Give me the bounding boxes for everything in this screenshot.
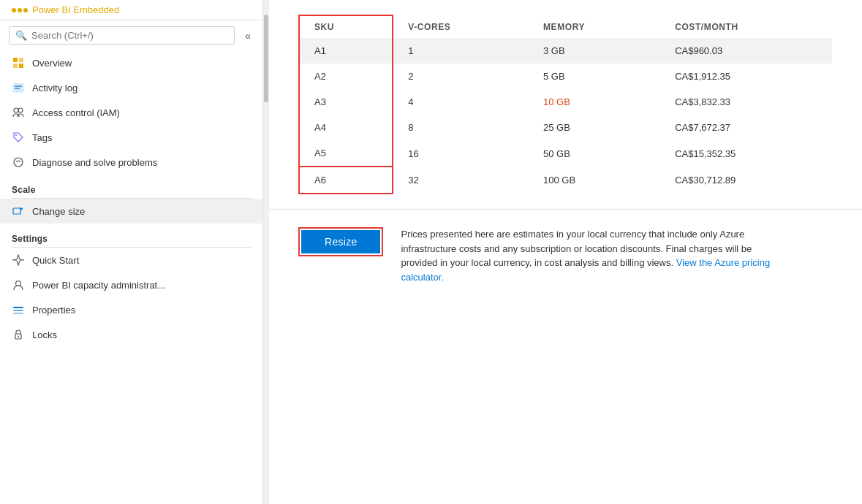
sidebar-item-locks[interactable]: Locks	[0, 322, 262, 347]
sidebar-item-label: Properties	[32, 305, 75, 316]
disclaimer-text: Prices presented here are estimates in y…	[401, 227, 781, 284]
svg-point-7	[14, 108, 18, 112]
svg-rect-4	[13, 83, 23, 92]
collapse-sidebar-button[interactable]: «	[242, 27, 254, 45]
resize-button-wrapper: Resize	[298, 227, 383, 256]
brand-bar: Power BI Embedded	[0, 0, 262, 20]
sidebar-item-power-bi-admin[interactable]: Power BI capacity administrat...	[0, 272, 262, 297]
cell-cost: CA$15,352.35	[660, 140, 832, 167]
table-row[interactable]: A4 8 25 GB CA$7,672.37	[299, 115, 832, 140]
access-control-icon	[12, 106, 25, 119]
svg-point-9	[15, 134, 17, 136]
table-row[interactable]: A2 2 5 GB CA$1,912.35	[299, 64, 832, 89]
cell-memory: 25 GB	[529, 115, 660, 140]
tags-icon	[12, 131, 25, 144]
table-row[interactable]: A3 4 10 GB CA$3,832.33	[299, 89, 832, 115]
cell-vcores: 8	[393, 115, 529, 140]
cell-vcores: 1	[393, 38, 529, 64]
sidebar-item-label: Locks	[32, 329, 57, 340]
col-header-sku: SKU	[299, 15, 393, 38]
cell-cost: CA$30,712.89	[660, 167, 832, 194]
table-row[interactable]: A1 1 3 GB CA$960.03	[299, 38, 832, 64]
col-header-cost: COST/MONTH	[660, 15, 832, 38]
svg-rect-14	[13, 310, 23, 311]
sidebar-item-label: Power BI capacity administrat...	[32, 280, 165, 291]
sidebar-item-label: Quick Start	[32, 255, 79, 266]
settings-section: Settings Quick Start Power BI capacity a…	[0, 224, 262, 347]
sidebar-item-properties[interactable]: Properties	[0, 297, 262, 322]
svg-rect-15	[13, 313, 23, 314]
cell-vcores: 2	[393, 64, 529, 89]
bottom-area: Resize Prices presented here are estimat…	[269, 209, 862, 302]
cell-sku: A2	[299, 64, 393, 89]
svg-rect-2	[13, 64, 18, 68]
quick-start-icon	[12, 253, 25, 267]
scrollbar-thumb[interactable]	[264, 15, 268, 102]
svg-point-10	[14, 158, 23, 167]
svg-rect-3	[19, 64, 23, 68]
sidebar-item-access-control[interactable]: Access control (IAM)	[0, 100, 262, 125]
cell-memory: 50 GB	[529, 140, 660, 167]
cell-sku: A5	[299, 140, 393, 167]
svg-point-17	[18, 336, 19, 337]
sidebar-item-change-size[interactable]: Change size	[0, 199, 262, 224]
svg-rect-1	[19, 58, 23, 62]
properties-icon	[12, 303, 25, 316]
diagnose-icon	[12, 156, 25, 169]
table-row[interactable]: A5 16 50 GB CA$15,352.35	[299, 140, 832, 167]
table-area: SKU V-CORES MEMORY COST/MONTH A1 1 3 GB …	[269, 0, 862, 209]
cell-sku: A1	[299, 38, 393, 64]
sidebar-item-label: Activity log	[32, 83, 77, 93]
activity-log-icon	[12, 81, 25, 94]
cell-cost: CA$1,912.35	[660, 64, 832, 89]
scale-section-label: Scale	[0, 175, 262, 198]
sidebar-item-activity-log[interactable]: Activity log	[0, 75, 262, 100]
sidebar: Power BI Embedded 🔍 « Overview Activity …	[0, 0, 263, 504]
cell-memory: 100 GB	[529, 167, 660, 194]
sku-table: SKU V-CORES MEMORY COST/MONTH A1 1 3 GB …	[298, 15, 833, 194]
search-icon: 🔍	[15, 30, 27, 41]
brand-name: Power BI Embedded	[32, 4, 119, 15]
sidebar-item-quick-start[interactable]: Quick Start	[0, 248, 262, 272]
search-row: 🔍 «	[0, 20, 262, 50]
brand-dots-icon	[12, 8, 28, 12]
cell-cost: CA$7,672.37	[660, 115, 832, 140]
power-bi-admin-icon	[12, 278, 25, 291]
change-size-icon	[12, 205, 25, 218]
cell-cost: CA$960.03	[660, 38, 832, 64]
sidebar-item-label: Change size	[32, 206, 85, 217]
scale-section: Scale Change size	[0, 175, 262, 224]
overview-icon	[12, 56, 25, 69]
cell-cost: CA$3,832.33	[660, 89, 832, 115]
settings-section-label: Settings	[0, 224, 262, 247]
sidebar-item-label: Tags	[32, 132, 52, 143]
svg-point-8	[18, 108, 23, 112]
table-row[interactable]: A6 32 100 GB CA$30,712.89	[299, 167, 832, 194]
cell-vcores: 32	[393, 167, 529, 194]
sidebar-item-label: Access control (IAM)	[32, 107, 120, 118]
svg-rect-13	[13, 307, 23, 308]
col-header-memory: MEMORY	[529, 15, 660, 38]
sidebar-item-label: Diagnose and solve problems	[32, 157, 157, 168]
resize-button[interactable]: Resize	[301, 230, 380, 253]
svg-rect-11	[13, 208, 20, 214]
sidebar-item-tags[interactable]: Tags	[0, 125, 262, 150]
search-box[interactable]: 🔍	[9, 26, 235, 45]
sidebar-item-diagnose[interactable]: Diagnose and solve problems	[0, 150, 262, 175]
sidebar-item-overview[interactable]: Overview	[0, 50, 262, 75]
cell-sku: A3	[299, 89, 393, 115]
col-header-vcores: V-CORES	[393, 15, 529, 38]
search-input[interactable]	[31, 30, 228, 41]
cell-vcores: 16	[393, 140, 529, 167]
scrollbar[interactable]	[263, 0, 269, 504]
cell-sku: A6	[299, 167, 393, 194]
main-content: SKU V-CORES MEMORY COST/MONTH A1 1 3 GB …	[269, 0, 862, 504]
cell-memory: 3 GB	[529, 38, 660, 64]
sidebar-item-label: Overview	[32, 58, 72, 69]
locks-icon	[12, 328, 25, 341]
cell-vcores: 4	[393, 89, 529, 115]
svg-rect-0	[13, 58, 18, 62]
cell-memory: 10 GB	[529, 89, 660, 115]
nav-items: Overview Activity log Access control (IA…	[0, 50, 262, 175]
cell-sku: A4	[299, 115, 393, 140]
